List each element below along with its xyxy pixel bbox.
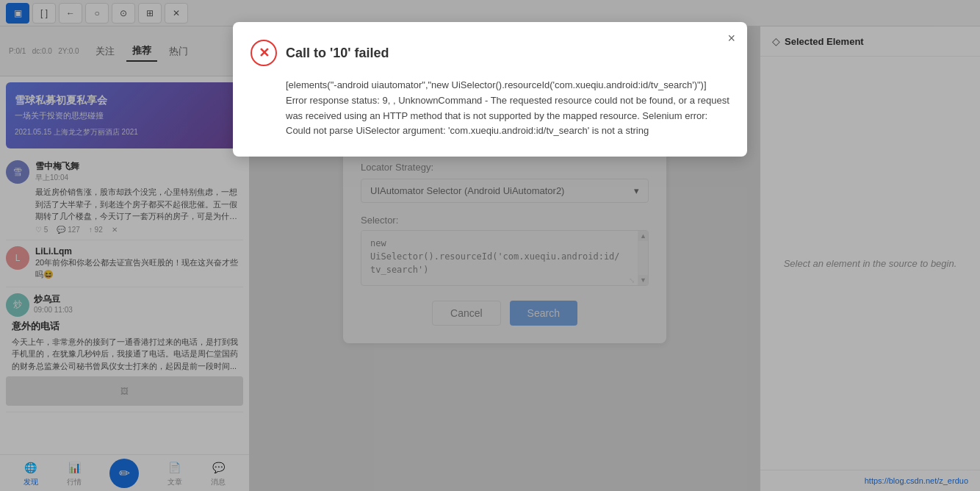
error-close-button[interactable]: × <box>727 31 735 46</box>
error-overlay: ✕ Call to '10' failed × [elements("-andr… <box>0 0 980 491</box>
error-dialog: ✕ Call to '10' failed × [elements("-andr… <box>233 22 747 157</box>
error-message: [elements("-android uiautomator","new Ui… <box>251 78 729 139</box>
error-dialog-header: ✕ Call to '10' failed <box>251 40 729 66</box>
error-icon: ✕ <box>251 40 277 66</box>
error-title: Call to '10' failed <box>286 46 389 61</box>
